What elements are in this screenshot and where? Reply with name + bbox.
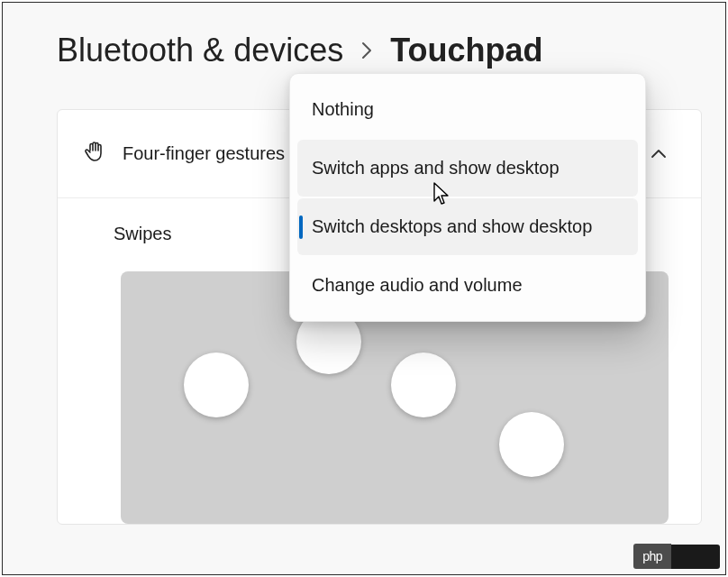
finger-dot: [391, 353, 456, 417]
watermark: php: [633, 544, 720, 569]
menu-item-switch-desktops[interactable]: Switch desktops and show desktop: [297, 198, 638, 255]
watermark-block: [671, 545, 720, 569]
menu-item-switch-apps[interactable]: Switch apps and show desktop: [297, 140, 638, 197]
menu-item-label: Change audio and volume: [312, 275, 523, 295]
menu-item-nothing[interactable]: Nothing: [297, 81, 638, 138]
menu-item-label: Nothing: [312, 99, 374, 119]
breadcrumb-current: Touchpad: [390, 32, 542, 69]
finger-dot: [184, 353, 249, 417]
menu-item-change-audio[interactable]: Change audio and volume: [297, 257, 638, 314]
menu-item-label: Switch desktops and show desktop: [312, 216, 592, 236]
hand-icon: [83, 140, 108, 169]
menu-item-label: Switch apps and show desktop: [312, 158, 560, 178]
chevron-up-icon[interactable]: [642, 137, 676, 171]
breadcrumb: Bluetooth & devices Touchpad: [57, 32, 543, 69]
swipes-dropdown-menu[interactable]: Nothing Switch apps and show desktop Swi…: [289, 73, 646, 322]
selection-indicator: [299, 215, 303, 239]
finger-dot: [499, 412, 564, 477]
chevron-right-icon: [359, 35, 374, 66]
breadcrumb-parent[interactable]: Bluetooth & devices: [57, 32, 343, 69]
watermark-text: php: [633, 544, 671, 569]
